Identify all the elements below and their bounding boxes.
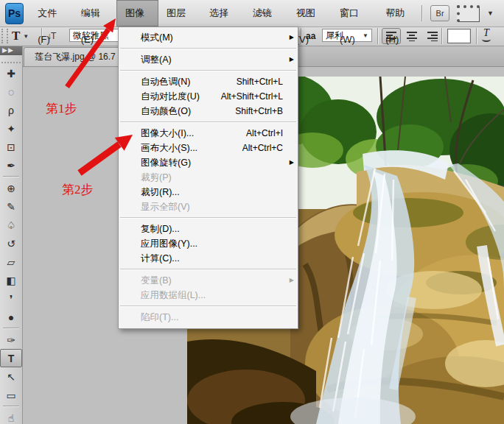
font-family-select[interactable]: 微软雅黑 — [69, 29, 122, 42]
menu-item-reveal-all: 显示全部(V) — [119, 199, 298, 214]
marquee-tool[interactable]: ◌ — [0, 82, 22, 101]
separator — [476, 28, 477, 44]
brush-tool[interactable]: ✎ — [0, 197, 22, 216]
menu-item-variables: 变量(B) ▶ — [119, 273, 298, 288]
menu-item-calculations[interactable]: 计算(C)... — [119, 251, 298, 266]
hand-tool[interactable]: ☝ — [0, 409, 22, 424]
photoshop-logo: Ps — [5, 3, 24, 24]
shortcut: Alt+Shift+Ctrl+L — [221, 91, 292, 102]
menu-item-apply-data-set: 应用数据组(L)... — [119, 288, 298, 303]
submenu-arrow-icon: ▶ — [290, 34, 294, 40]
image-menu-dropdown: 模式(M) ▶ 调整(A) ▶ 自动色调(N) Shift+Ctrl+L 自动对… — [118, 26, 298, 329]
menu-separator — [120, 48, 296, 49]
shortcut: Alt+Ctrl+C — [242, 143, 292, 153]
text-color-swatch[interactable] — [447, 29, 471, 43]
separator — [421, 5, 423, 21]
submenu-arrow-icon: ▶ — [290, 159, 294, 166]
menubar-item-image[interactable]: 图像(I) — [116, 0, 158, 26]
menu-separator — [120, 305, 296, 307]
history-brush-tool[interactable]: ↺ — [0, 234, 22, 252]
pen-tool[interactable]: ✑ — [0, 331, 22, 349]
menu-item-duplicate[interactable]: 复制(D)... — [119, 222, 298, 236]
dodge-tool[interactable]: ● — [0, 308, 22, 326]
shape-tool[interactable]: ▭ — [0, 386, 22, 404]
menu-item-crop: 裁剪(P) — [119, 170, 298, 185]
menubar-item-filter[interactable]: 滤镜(T) — [245, 0, 288, 26]
drag-grip[interactable] — [1, 29, 8, 43]
submenu-arrow-icon: ▶ — [290, 277, 294, 283]
type-tool-preset-icon[interactable]: T — [12, 29, 20, 43]
menu-item-adjustments[interactable]: 调整(A) ▶ — [119, 52, 298, 67]
menubar-item-view[interactable]: 视图(V) — [288, 0, 332, 26]
blur-tool[interactable]: ❜ — [0, 289, 22, 308]
eraser-tool[interactable]: ▱ — [0, 252, 22, 271]
toolbox-separator — [3, 176, 19, 177]
menubar-item-help[interactable]: 帮助(H) — [377, 0, 421, 26]
menu-bar: Ps 文件(F) 编辑(E) 图像(I) 图层(L) 选择(S) 滤镜(T) 视… — [0, 0, 504, 27]
align-right-button[interactable] — [423, 28, 442, 44]
menu-item-image-rotation[interactable]: 图像旋转(G) ▶ — [119, 155, 298, 170]
chevron-down-icon: ▼ — [363, 32, 368, 39]
step1-label: 第1步 — [46, 100, 77, 117]
toolbox-separator — [3, 406, 19, 407]
workspace-icon[interactable] — [457, 5, 480, 22]
path-select-tool[interactable]: ↖ — [0, 367, 22, 386]
warp-text-icon[interactable]: T — [482, 29, 491, 42]
shortcut: Shift+Ctrl+L — [237, 77, 292, 87]
menubar-item-file[interactable]: 文件(F) — [29, 0, 73, 26]
menu-item-apply-image[interactable]: 应用图像(Y)... — [119, 236, 298, 251]
menu-item-mode[interactable]: 模式(M) ▶ — [119, 30, 298, 45]
healing-brush-tool[interactable]: ⊕ — [0, 179, 22, 197]
type-tool[interactable]: T — [0, 349, 22, 367]
menu-item-auto-color[interactable]: 自动颜色(O) Shift+Ctrl+B — [119, 104, 298, 119]
menu-item-image-size[interactable]: 图像大小(I)... Alt+Ctrl+I — [119, 126, 298, 141]
submenu-arrow-icon: ▶ — [290, 56, 294, 63]
menu-item-trim[interactable]: 裁切(R)... — [119, 185, 298, 199]
eyedropper-tool[interactable]: ✒ — [0, 156, 22, 174]
clone-stamp-tool[interactable]: ♤ — [0, 216, 22, 234]
menubar-item-select[interactable]: 选择(S) — [201, 0, 245, 26]
toolbox-collapse-icon[interactable]: ▶▶ — [0, 46, 22, 55]
photoshop-window: Ps 文件(F) 编辑(E) 图像(I) 图层(L) 选择(S) 滤镜(T) 视… — [0, 0, 504, 424]
chevron-down-icon[interactable]: ▼ — [487, 10, 494, 17]
menu-separator — [120, 121, 296, 123]
menu-separator — [120, 217, 296, 219]
separator — [377, 28, 379, 44]
menubar-item-edit[interactable]: 编辑(E) — [73, 0, 116, 26]
shortcut: Shift+Ctrl+B — [235, 106, 292, 116]
menu-separator — [120, 70, 296, 71]
menu-item-auto-tone[interactable]: 自动色调(N) Shift+Ctrl+L — [119, 74, 298, 89]
toolbox: ▶▶ ✚ ◌ ρ ✦ ⊡ ✒ ⊕ ✎ ♤ ↺ ▱ ◧ ❜ ● ✑ T ↖ ▭ ☝… — [0, 46, 23, 424]
menu-item-trap: 陷印(T)... — [119, 310, 298, 325]
chevron-down-icon[interactable]: ▼ — [23, 33, 29, 40]
shortcut: Alt+Ctrl+I — [246, 128, 292, 138]
toolbox-separator — [3, 328, 19, 329]
align-center-button[interactable] — [402, 28, 421, 44]
menubar-item-layer[interactable]: 图层(L) — [158, 0, 201, 26]
paint-bucket-tool[interactable]: ◧ — [0, 271, 22, 289]
crop-tool[interactable]: ⊡ — [0, 138, 22, 156]
lasso-tool[interactable]: ρ — [0, 101, 22, 119]
separator — [441, 28, 443, 44]
toolbox-grip[interactable] — [1, 57, 21, 63]
menu-item-auto-contrast[interactable]: 自动对比度(U) Alt+Shift+Ctrl+L — [119, 89, 298, 104]
menubar-item-window[interactable]: 窗口(W) — [332, 0, 377, 26]
quick-select-tool[interactable]: ✦ — [0, 119, 22, 138]
menu-item-canvas-size[interactable]: 画布大小(S)... Alt+Ctrl+C — [119, 141, 298, 155]
bridge-button[interactable]: Br — [430, 5, 449, 21]
move-tool[interactable]: ✚ — [0, 64, 22, 82]
step2-label: 第2步 — [62, 181, 94, 198]
menu-separator — [120, 269, 296, 270]
